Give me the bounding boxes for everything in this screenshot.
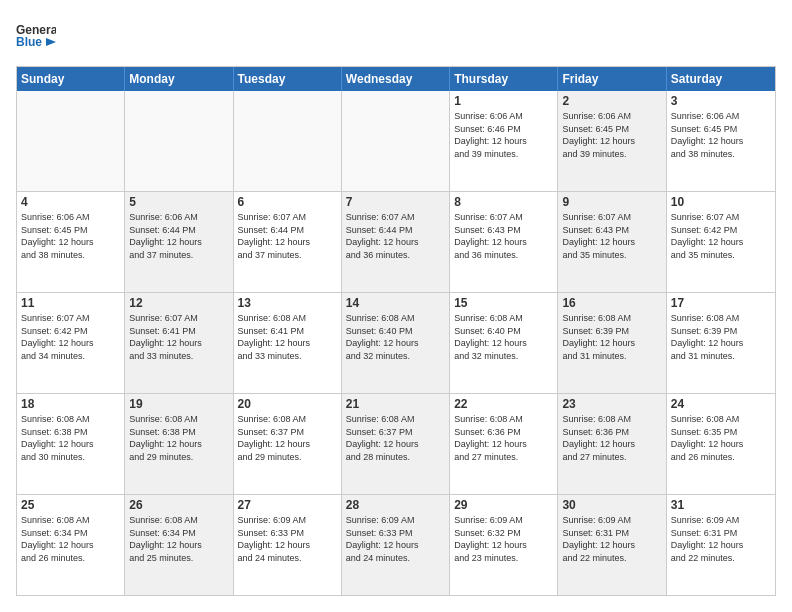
cell-info: Sunrise: 6:09 AM Sunset: 6:33 PM Dayligh… [238, 514, 337, 564]
calendar-cell: 2Sunrise: 6:06 AM Sunset: 6:45 PM Daylig… [558, 91, 666, 191]
calendar-cell: 3Sunrise: 6:06 AM Sunset: 6:45 PM Daylig… [667, 91, 775, 191]
logo-icon: General Blue [16, 16, 56, 56]
calendar-row: 18Sunrise: 6:08 AM Sunset: 6:38 PM Dayli… [17, 394, 775, 495]
day-number: 21 [346, 397, 445, 411]
calendar-cell [125, 91, 233, 191]
cell-info: Sunrise: 6:07 AM Sunset: 6:42 PM Dayligh… [21, 312, 120, 362]
calendar-cell: 26Sunrise: 6:08 AM Sunset: 6:34 PM Dayli… [125, 495, 233, 595]
calendar-row: 25Sunrise: 6:08 AM Sunset: 6:34 PM Dayli… [17, 495, 775, 595]
calendar-row: 11Sunrise: 6:07 AM Sunset: 6:42 PM Dayli… [17, 293, 775, 394]
weekday-header: Monday [125, 67, 233, 91]
calendar-cell: 11Sunrise: 6:07 AM Sunset: 6:42 PM Dayli… [17, 293, 125, 393]
day-number: 8 [454, 195, 553, 209]
calendar: SundayMondayTuesdayWednesdayThursdayFrid… [16, 66, 776, 596]
day-number: 23 [562, 397, 661, 411]
cell-info: Sunrise: 6:08 AM Sunset: 6:38 PM Dayligh… [21, 413, 120, 463]
header: General Blue [16, 16, 776, 56]
calendar-cell: 18Sunrise: 6:08 AM Sunset: 6:38 PM Dayli… [17, 394, 125, 494]
cell-info: Sunrise: 6:06 AM Sunset: 6:44 PM Dayligh… [129, 211, 228, 261]
cell-info: Sunrise: 6:09 AM Sunset: 6:32 PM Dayligh… [454, 514, 553, 564]
calendar-cell: 30Sunrise: 6:09 AM Sunset: 6:31 PM Dayli… [558, 495, 666, 595]
weekday-header: Friday [558, 67, 666, 91]
day-number: 9 [562, 195, 661, 209]
calendar-cell: 15Sunrise: 6:08 AM Sunset: 6:40 PM Dayli… [450, 293, 558, 393]
day-number: 28 [346, 498, 445, 512]
day-number: 10 [671, 195, 771, 209]
cell-info: Sunrise: 6:06 AM Sunset: 6:45 PM Dayligh… [671, 110, 771, 160]
svg-marker-2 [46, 38, 56, 46]
calendar-cell [234, 91, 342, 191]
day-number: 2 [562, 94, 661, 108]
calendar-cell: 20Sunrise: 6:08 AM Sunset: 6:37 PM Dayli… [234, 394, 342, 494]
cell-info: Sunrise: 6:09 AM Sunset: 6:31 PM Dayligh… [671, 514, 771, 564]
cell-info: Sunrise: 6:08 AM Sunset: 6:41 PM Dayligh… [238, 312, 337, 362]
day-number: 4 [21, 195, 120, 209]
cell-info: Sunrise: 6:07 AM Sunset: 6:41 PM Dayligh… [129, 312, 228, 362]
day-number: 7 [346, 195, 445, 209]
calendar-cell: 23Sunrise: 6:08 AM Sunset: 6:36 PM Dayli… [558, 394, 666, 494]
weekday-header: Saturday [667, 67, 775, 91]
cell-info: Sunrise: 6:08 AM Sunset: 6:40 PM Dayligh… [346, 312, 445, 362]
day-number: 18 [21, 397, 120, 411]
svg-text:Blue: Blue [16, 35, 42, 49]
calendar-cell: 28Sunrise: 6:09 AM Sunset: 6:33 PM Dayli… [342, 495, 450, 595]
cell-info: Sunrise: 6:08 AM Sunset: 6:40 PM Dayligh… [454, 312, 553, 362]
calendar-row: 1Sunrise: 6:06 AM Sunset: 6:46 PM Daylig… [17, 91, 775, 192]
calendar-body: 1Sunrise: 6:06 AM Sunset: 6:46 PM Daylig… [17, 91, 775, 595]
calendar-cell: 16Sunrise: 6:08 AM Sunset: 6:39 PM Dayli… [558, 293, 666, 393]
day-number: 14 [346, 296, 445, 310]
day-number: 17 [671, 296, 771, 310]
cell-info: Sunrise: 6:08 AM Sunset: 6:37 PM Dayligh… [346, 413, 445, 463]
calendar-cell: 10Sunrise: 6:07 AM Sunset: 6:42 PM Dayli… [667, 192, 775, 292]
day-number: 5 [129, 195, 228, 209]
day-number: 29 [454, 498, 553, 512]
day-number: 22 [454, 397, 553, 411]
day-number: 19 [129, 397, 228, 411]
day-number: 6 [238, 195, 337, 209]
calendar-cell: 31Sunrise: 6:09 AM Sunset: 6:31 PM Dayli… [667, 495, 775, 595]
cell-info: Sunrise: 6:06 AM Sunset: 6:45 PM Dayligh… [562, 110, 661, 160]
calendar-cell: 17Sunrise: 6:08 AM Sunset: 6:39 PM Dayli… [667, 293, 775, 393]
calendar-cell: 27Sunrise: 6:09 AM Sunset: 6:33 PM Dayli… [234, 495, 342, 595]
day-number: 1 [454, 94, 553, 108]
calendar-cell: 7Sunrise: 6:07 AM Sunset: 6:44 PM Daylig… [342, 192, 450, 292]
cell-info: Sunrise: 6:08 AM Sunset: 6:34 PM Dayligh… [129, 514, 228, 564]
calendar-cell: 4Sunrise: 6:06 AM Sunset: 6:45 PM Daylig… [17, 192, 125, 292]
weekday-header: Thursday [450, 67, 558, 91]
weekday-header: Sunday [17, 67, 125, 91]
cell-info: Sunrise: 6:07 AM Sunset: 6:44 PM Dayligh… [346, 211, 445, 261]
day-number: 15 [454, 296, 553, 310]
cell-info: Sunrise: 6:09 AM Sunset: 6:31 PM Dayligh… [562, 514, 661, 564]
calendar-header: SundayMondayTuesdayWednesdayThursdayFrid… [17, 67, 775, 91]
day-number: 11 [21, 296, 120, 310]
day-number: 26 [129, 498, 228, 512]
page: General Blue SundayMondayTuesdayWednesda… [0, 0, 792, 612]
cell-info: Sunrise: 6:07 AM Sunset: 6:43 PM Dayligh… [454, 211, 553, 261]
calendar-cell [17, 91, 125, 191]
calendar-cell: 12Sunrise: 6:07 AM Sunset: 6:41 PM Dayli… [125, 293, 233, 393]
cell-info: Sunrise: 6:08 AM Sunset: 6:35 PM Dayligh… [671, 413, 771, 463]
day-number: 3 [671, 94, 771, 108]
cell-info: Sunrise: 6:08 AM Sunset: 6:37 PM Dayligh… [238, 413, 337, 463]
cell-info: Sunrise: 6:08 AM Sunset: 6:39 PM Dayligh… [562, 312, 661, 362]
day-number: 27 [238, 498, 337, 512]
day-number: 24 [671, 397, 771, 411]
day-number: 25 [21, 498, 120, 512]
day-number: 31 [671, 498, 771, 512]
calendar-cell: 6Sunrise: 6:07 AM Sunset: 6:44 PM Daylig… [234, 192, 342, 292]
calendar-cell: 5Sunrise: 6:06 AM Sunset: 6:44 PM Daylig… [125, 192, 233, 292]
cell-info: Sunrise: 6:08 AM Sunset: 6:34 PM Dayligh… [21, 514, 120, 564]
calendar-cell: 9Sunrise: 6:07 AM Sunset: 6:43 PM Daylig… [558, 192, 666, 292]
weekday-header: Wednesday [342, 67, 450, 91]
cell-info: Sunrise: 6:08 AM Sunset: 6:36 PM Dayligh… [562, 413, 661, 463]
calendar-cell: 19Sunrise: 6:08 AM Sunset: 6:38 PM Dayli… [125, 394, 233, 494]
cell-info: Sunrise: 6:06 AM Sunset: 6:46 PM Dayligh… [454, 110, 553, 160]
cell-info: Sunrise: 6:08 AM Sunset: 6:39 PM Dayligh… [671, 312, 771, 362]
calendar-cell: 25Sunrise: 6:08 AM Sunset: 6:34 PM Dayli… [17, 495, 125, 595]
cell-info: Sunrise: 6:09 AM Sunset: 6:33 PM Dayligh… [346, 514, 445, 564]
calendar-cell: 1Sunrise: 6:06 AM Sunset: 6:46 PM Daylig… [450, 91, 558, 191]
calendar-cell: 21Sunrise: 6:08 AM Sunset: 6:37 PM Dayli… [342, 394, 450, 494]
calendar-cell: 14Sunrise: 6:08 AM Sunset: 6:40 PM Dayli… [342, 293, 450, 393]
cell-info: Sunrise: 6:07 AM Sunset: 6:44 PM Dayligh… [238, 211, 337, 261]
cell-info: Sunrise: 6:07 AM Sunset: 6:42 PM Dayligh… [671, 211, 771, 261]
